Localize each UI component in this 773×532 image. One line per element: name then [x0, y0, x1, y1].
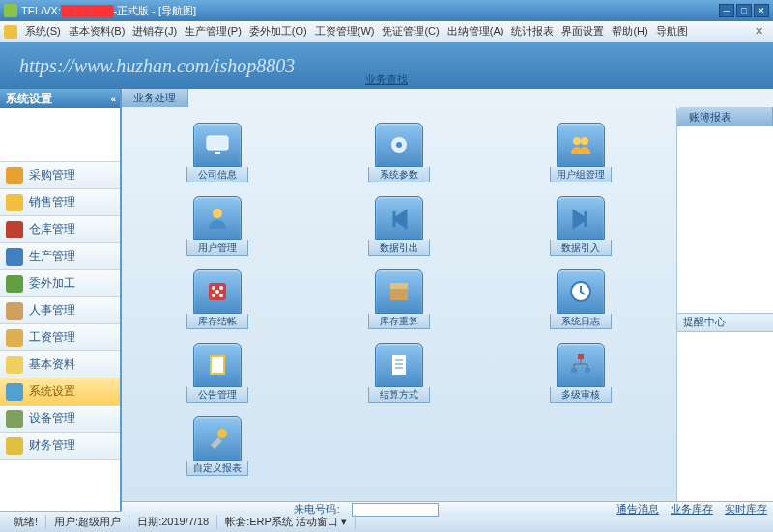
sidebar-icon — [6, 275, 23, 293]
svg-rect-20 — [585, 368, 590, 373]
tile-user[interactable]: 用户管理 — [141, 196, 294, 266]
sidebar-item-3[interactable]: 生产管理 — [0, 243, 120, 270]
sidebar-item-label: 财务管理 — [29, 437, 75, 454]
sidebar-item-2[interactable]: 仓库管理 — [0, 216, 120, 243]
menu-nav[interactable]: 导航图 — [652, 24, 692, 39]
tile-tree[interactable]: 多级审核 — [504, 343, 657, 412]
tile-note[interactable]: 公告管理 — [141, 343, 294, 412]
menu-voucher[interactable]: 凭证管理(C) — [378, 24, 443, 39]
tree-icon — [557, 343, 605, 387]
clock-icon — [557, 269, 605, 314]
svg-point-12 — [219, 294, 223, 297]
tile-arrow-in[interactable]: 数据引入 — [504, 196, 657, 266]
maximize-button[interactable]: □ — [736, 4, 752, 17]
svg-point-11 — [212, 294, 215, 297]
monitor-icon — [193, 123, 242, 167]
sidebar-item-5[interactable]: 人事管理 — [0, 297, 120, 324]
sidebar-icon — [6, 410, 23, 428]
sidebar-item-4[interactable]: 委外加工 — [0, 270, 120, 297]
sidebar-item-label: 销售管理 — [29, 194, 75, 210]
tab-business[interactable]: 业务处理 — [122, 89, 188, 107]
svg-rect-19 — [571, 368, 577, 373]
tile-box[interactable]: 库存重算 — [323, 269, 475, 339]
svg-point-5 — [581, 137, 588, 145]
mdi-close-button[interactable]: ✕ — [749, 25, 769, 38]
business-search-link[interactable]: 业务查找 — [365, 72, 408, 87]
box-icon — [375, 269, 423, 314]
tile-label: 多级审核 — [550, 387, 612, 403]
tile-gear[interactable]: 系统参数 — [323, 123, 475, 192]
sidebar-item-label: 基本资料 — [29, 356, 75, 373]
svg-rect-18 — [578, 354, 584, 359]
sidebar-item-7[interactable]: 基本资料 — [0, 351, 120, 378]
status-account[interactable]: 帐套:ERP系统 活动窗口 ▾ — [217, 515, 356, 529]
menu-production[interactable]: 生产管理(P) — [181, 24, 245, 39]
sidebar: 系统设置« 采购管理销售管理仓库管理生产管理委外加工人事管理工资管理基本资料系统… — [0, 89, 122, 511]
realtime-link[interactable]: 实时库存 — [725, 502, 767, 517]
tile-grid: 公司信息系统参数用户组管理用户管理数据引出数据引入库存结帐库存重算系统日志公告管… — [122, 107, 676, 501]
sidebar-item-1[interactable]: 销售管理 — [0, 189, 120, 216]
tab-reports[interactable]: 账簿报表 — [677, 107, 773, 126]
tile-clock[interactable]: 系统日志 — [504, 269, 657, 339]
sidebar-header[interactable]: 系统设置« — [0, 89, 120, 108]
status-ready: 就绪! — [6, 515, 46, 529]
phone-input[interactable] — [352, 503, 439, 517]
menu-ui[interactable]: 界面设置 — [558, 24, 608, 39]
tile-monitor[interactable]: 公司信息 — [141, 123, 294, 192]
close-button[interactable]: ✕ — [754, 4, 769, 17]
note-icon — [193, 343, 242, 387]
tile-doc[interactable]: 结算方式 — [323, 343, 475, 412]
menu-cashier[interactable]: 出纳管理(A) — [444, 24, 508, 39]
svg-rect-1 — [215, 152, 220, 154]
status-date: 日期:2019/7/18 — [129, 515, 217, 529]
titlebar: TEL/VX:███████-正式版 - [导航图] ─ □ ✕ — [0, 0, 773, 21]
sidebar-item-label: 采购管理 — [29, 167, 75, 183]
svg-rect-0 — [207, 136, 228, 150]
menu-help[interactable]: 帮助(H) — [608, 24, 651, 39]
tile-label: 系统参数 — [368, 167, 430, 182]
sidebar-item-label: 系统设置 — [29, 383, 75, 400]
sidebar-item-label: 委外加工 — [29, 275, 75, 292]
reminder-header: 提醒中心 — [677, 313, 773, 332]
sidebar-item-9[interactable]: 设备管理 — [0, 406, 120, 433]
sidebar-item-label: 生产管理 — [29, 248, 75, 265]
banner: https://www.huzhan.com/ishop8803 业务查找 — [0, 42, 773, 89]
window-title: TEL/VX:███████-正式版 - [导航图] — [21, 4, 719, 18]
sidebar-icon — [6, 167, 23, 184]
minimize-button[interactable]: ─ — [719, 4, 734, 17]
menu-icon — [4, 25, 17, 39]
menu-inventory[interactable]: 进销存(J) — [129, 24, 181, 39]
tile-arrow-out[interactable]: 数据引出 — [323, 196, 475, 266]
sidebar-item-label: 仓库管理 — [29, 221, 75, 238]
menu-salary[interactable]: 工资管理(W) — [311, 24, 379, 39]
app-icon — [4, 4, 17, 17]
sidebar-icon — [6, 248, 23, 266]
tile-label: 结算方式 — [368, 387, 430, 403]
menu-basic[interactable]: 基本资料(B) — [65, 24, 129, 39]
sidebar-item-6[interactable]: 工资管理 — [0, 324, 120, 351]
sidebar-item-0[interactable]: 采购管理 — [0, 162, 120, 189]
svg-rect-13 — [390, 287, 408, 300]
menu-system[interactable]: 系统(S) — [21, 24, 65, 39]
tile-wrench[interactable]: 自定义报表 — [141, 416, 294, 486]
arrow-in-icon — [557, 196, 605, 240]
tile-label: 数据引入 — [550, 240, 612, 256]
sidebar-item-label: 设备管理 — [29, 410, 75, 427]
users-icon — [557, 123, 605, 167]
tile-label: 库存结帐 — [186, 314, 248, 329]
tile-dice[interactable]: 库存结帐 — [141, 269, 294, 339]
svg-point-21 — [217, 429, 227, 438]
tile-label: 库存重算 — [368, 314, 430, 329]
menu-stats[interactable]: 统计报表 — [507, 24, 558, 39]
menu-outsource[interactable]: 委外加工(O) — [245, 24, 311, 39]
svg-point-8 — [212, 286, 215, 290]
tile-users[interactable]: 用户组管理 — [504, 123, 657, 192]
notify-link[interactable]: 通告消息 — [616, 502, 659, 517]
stock-link[interactable]: 业务库存 — [671, 502, 713, 517]
status-user: 用户:超级用户 — [46, 515, 129, 529]
sidebar-item-10[interactable]: 财务管理 — [0, 433, 120, 460]
arrow-out-icon — [375, 196, 423, 240]
user-icon — [193, 196, 242, 240]
sidebar-item-8[interactable]: 系统设置 — [0, 378, 120, 406]
sidebar-icon — [6, 302, 23, 320]
